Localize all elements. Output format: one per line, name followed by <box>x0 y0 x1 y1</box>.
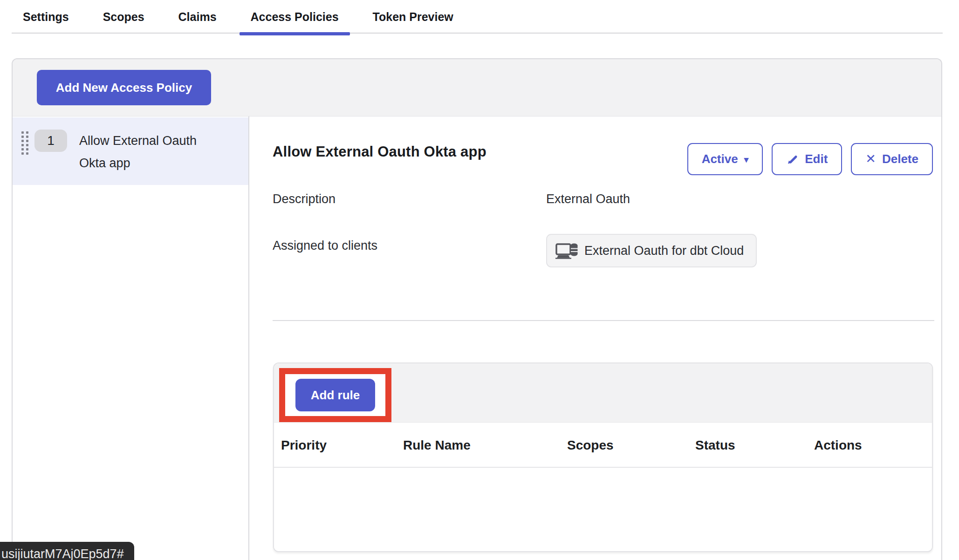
panel-header: Add New Access Policy <box>13 59 941 116</box>
assigned-clients-label: Assigned to clients <box>273 239 377 253</box>
url-preview-tooltip: usijiutarM7Aj0Ep5d7# <box>0 542 134 560</box>
description-label: Description <box>273 192 336 206</box>
rules-card-header: Add rule <box>274 363 932 423</box>
description-value: External Oauth <box>546 192 630 206</box>
column-scopes: Scopes <box>567 423 614 468</box>
policy-actions: Active ▾ Edit ✕ De <box>687 143 933 175</box>
rules-table-body-empty <box>274 468 932 552</box>
policy-name: Allow External Oauth Okta app <box>79 130 214 174</box>
tab-scopes[interactable]: Scopes <box>103 0 144 34</box>
section-divider <box>273 320 934 321</box>
delete-label: Delete <box>882 152 918 166</box>
policy-detail: Allow External Oauth Okta app Active ▾ <box>249 116 941 560</box>
tab-bar: Settings Scopes Claims Access Policies T… <box>23 0 453 34</box>
assigned-client-chip[interactable]: External Oauth for dbt Cloud <box>546 234 757 267</box>
rules-card: Add rule Priority Rule Name Scopes Statu… <box>273 362 933 552</box>
policy-title: Allow External Oauth Okta app <box>273 143 486 160</box>
rules-table-header: Priority Rule Name Scopes Status Actions <box>274 423 932 468</box>
add-new-access-policy-button[interactable]: Add New Access Policy <box>37 70 211 105</box>
delete-button[interactable]: ✕ Delete <box>851 143 933 175</box>
client-device-icon <box>555 241 578 260</box>
column-actions: Actions <box>814 423 862 468</box>
annotation-highlight-box: Add rule <box>279 368 391 422</box>
add-rule-button[interactable]: Add rule <box>295 379 375 411</box>
policy-order-badge: 1 <box>34 130 67 152</box>
okta-auth-server-screen: Settings Scopes Claims Access Policies T… <box>0 0 959 560</box>
chevron-down-icon: ▾ <box>744 155 749 164</box>
policy-list: 1 Allow External Oauth Okta app <box>13 116 249 560</box>
column-rule-name: Rule Name <box>403 423 471 468</box>
access-policies-panel: Add New Access Policy 1 Allow External O… <box>12 58 942 560</box>
drag-handle-icon[interactable] <box>21 131 28 155</box>
edit-label: Edit <box>805 152 828 166</box>
column-status: Status <box>695 423 735 468</box>
status-label: Active <box>702 152 738 166</box>
pencil-icon <box>786 153 799 165</box>
tab-claims[interactable]: Claims <box>178 0 217 34</box>
close-x-icon: ✕ <box>865 153 876 165</box>
policy-list-item[interactable]: 1 Allow External Oauth Okta app <box>13 117 248 185</box>
status-dropdown-button[interactable]: Active ▾ <box>687 143 763 175</box>
panel-body: 1 Allow External Oauth Okta app Allow Ex… <box>13 116 941 560</box>
client-chip-label: External Oauth for dbt Cloud <box>584 244 744 258</box>
tab-token-preview[interactable]: Token Preview <box>373 0 453 34</box>
tab-settings[interactable]: Settings <box>23 0 69 34</box>
tab-access-policies[interactable]: Access Policies <box>251 0 339 34</box>
column-priority: Priority <box>281 423 327 468</box>
edit-button[interactable]: Edit <box>772 143 842 175</box>
